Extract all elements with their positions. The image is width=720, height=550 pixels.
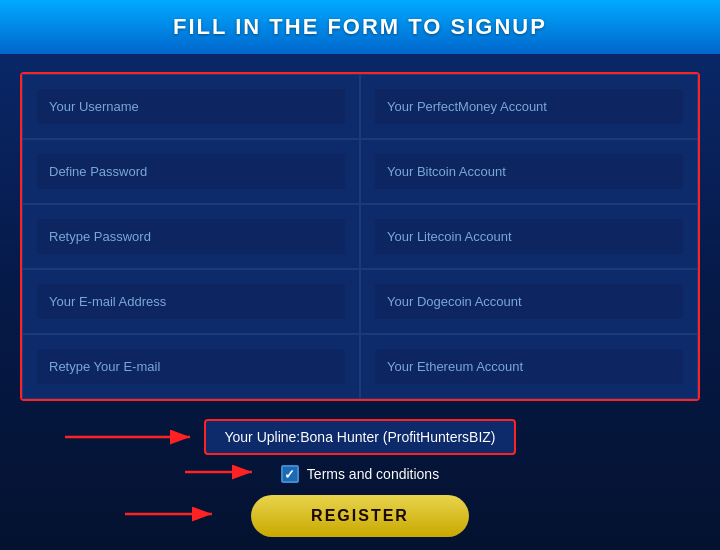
bottom-section: Your Upline:Bona Hunter (ProfitHuntersBI…	[20, 419, 700, 537]
dogecoin-field	[360, 269, 698, 334]
main-content: Your Upline:Bona Hunter (ProfitHuntersBI…	[0, 54, 720, 547]
username-field	[22, 74, 360, 139]
register-row: REGISTER	[20, 495, 700, 537]
retype-email-input[interactable]	[37, 349, 345, 384]
checkmark-icon: ✓	[284, 467, 295, 482]
form-container	[20, 72, 700, 401]
page-title: FILL IN THE FORM TO SIGNUP	[173, 14, 547, 39]
password-input[interactable]	[37, 154, 345, 189]
ethereum-field	[360, 334, 698, 399]
header-bar: FILL IN THE FORM TO SIGNUP	[0, 0, 720, 54]
retype-email-field	[22, 334, 360, 399]
upline-label: Your Upline:Bona Hunter (ProfitHuntersBI…	[224, 429, 495, 445]
email-input[interactable]	[37, 284, 345, 319]
terms-arrow	[180, 457, 260, 491]
perfect-money-input[interactable]	[375, 89, 683, 124]
bitcoin-input[interactable]	[375, 154, 683, 189]
perfect-money-field	[360, 74, 698, 139]
litecoin-input[interactable]	[375, 219, 683, 254]
bitcoin-field	[360, 139, 698, 204]
register-arrow	[120, 499, 220, 533]
terms-text: Terms and conditions	[307, 466, 439, 482]
ethereum-input[interactable]	[375, 349, 683, 384]
terms-checkbox[interactable]: ✓	[281, 465, 299, 483]
register-arrow-icon	[120, 499, 220, 529]
retype-password-input[interactable]	[37, 219, 345, 254]
upline-box: Your Upline:Bona Hunter (ProfitHuntersBI…	[204, 419, 515, 455]
terms-label[interactable]: ✓ Terms and conditions	[281, 465, 439, 483]
litecoin-field	[360, 204, 698, 269]
upline-row: Your Upline:Bona Hunter (ProfitHuntersBI…	[20, 419, 700, 455]
dogecoin-input[interactable]	[375, 284, 683, 319]
terms-arrow-icon	[180, 457, 260, 487]
password-field	[22, 139, 360, 204]
form-grid	[22, 74, 698, 399]
username-input[interactable]	[37, 89, 345, 124]
email-field	[22, 269, 360, 334]
upline-arrow	[60, 422, 200, 452]
arrow-left-icon	[60, 422, 200, 452]
terms-row: ✓ Terms and conditions	[20, 465, 700, 483]
register-button[interactable]: REGISTER	[251, 495, 469, 537]
retype-password-field	[22, 204, 360, 269]
